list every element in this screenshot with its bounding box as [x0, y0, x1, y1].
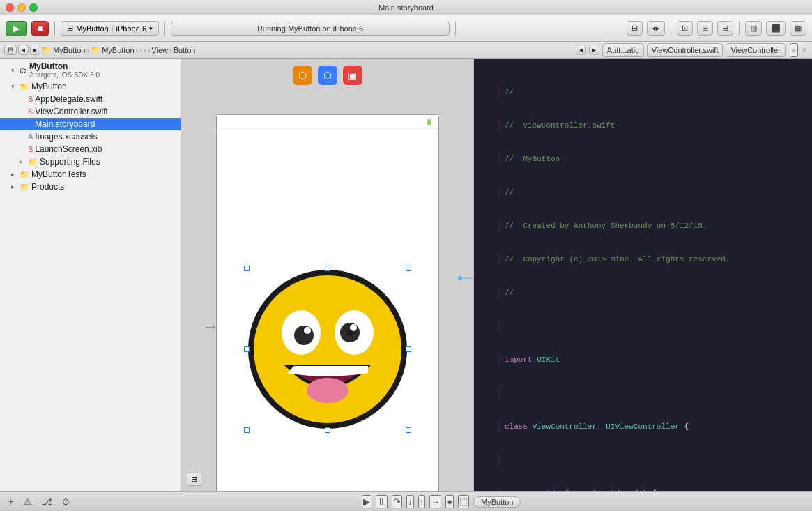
sidebar-item-images[interactable]: A Images.xcassets	[0, 130, 181, 143]
root-sublabel: 2 targets, iOS SDK 8.0	[29, 71, 100, 79]
add-editor-button[interactable]: +	[790, 43, 798, 57]
line-num	[474, 455, 499, 466]
stop-button[interactable]: ■	[31, 21, 49, 36]
storyboard-canvas[interactable]: ⬡ ⬡ ▣ → 🔋	[181, 59, 474, 491]
svg-point-5	[304, 327, 311, 334]
sidebar-item-launchscreen[interactable]: S LaunchScreen.xib	[0, 143, 181, 155]
selection-handle-bl	[244, 427, 250, 433]
jump-forward[interactable]: ▸	[589, 45, 599, 55]
debug-scheme-label: MyButton	[473, 496, 521, 508]
add-file-button[interactable]: +	[6, 495, 17, 508]
sidebar-root[interactable]: 🗂 MyButton 2 targets, iOS SDK 8.0	[0, 59, 181, 80]
code-line: //	[474, 287, 812, 298]
debug-location-button[interactable]: →	[429, 495, 441, 508]
debug-sim-button[interactable]: ⬚	[458, 495, 469, 508]
debug-record-button[interactable]: ●	[445, 495, 454, 508]
code-line: //	[474, 86, 812, 98]
hide-navigator-button[interactable]: ▥	[745, 21, 762, 36]
emoji-svg	[247, 268, 408, 430]
line-num	[474, 86, 499, 98]
step-over-button[interactable]: ↷	[392, 495, 402, 508]
layout-toggle-button[interactable]: ⊟	[4, 45, 17, 55]
sb-scene-button[interactable]: ⊟	[187, 473, 201, 486]
bc-separator: ›	[86, 46, 89, 54]
jump-back[interactable]: ◂	[576, 45, 586, 55]
step-in-button[interactable]: ↓	[406, 495, 414, 508]
breadcrumb-label: MyButton	[53, 46, 85, 54]
sidebar-label-images: Images.xcassets	[35, 132, 97, 142]
sidebar-item-appdelegate[interactable]: S AppDelegate.swift	[0, 93, 181, 105]
hide-debug-button[interactable]: ⬛	[766, 21, 786, 36]
code-text	[505, 321, 812, 332]
code-line	[474, 388, 812, 399]
editor-version-button[interactable]: ⊟	[717, 21, 733, 36]
iphone-frame: 🔋	[216, 114, 439, 491]
bc-sep-6: ›	[169, 46, 172, 54]
project-icon: 🗂	[20, 66, 27, 75]
breadcrumb-forward[interactable]: ▸	[30, 45, 40, 55]
jump-automatic[interactable]: Autt...atic	[602, 43, 644, 57]
scheme-selector[interactable]: ⊟ MyButton | iPhone 6 ▾	[61, 21, 159, 36]
debug-pause-button[interactable]: ⏸	[376, 495, 388, 508]
breadcrumb-view[interactable]: View	[151, 46, 168, 54]
jump-file-1-label: ViewController.swift	[652, 46, 719, 54]
step-out-button[interactable]: ↑	[418, 495, 426, 508]
sidebar-item-mainstoryboard[interactable]: S Main.storyboard	[0, 118, 181, 130]
chevron-down-icon: ▾	[149, 25, 153, 32]
breadcrumb-button[interactable]: Button	[174, 46, 196, 54]
jump-file-1[interactable]: ViewController.swift	[647, 43, 723, 57]
close-button[interactable]	[6, 3, 14, 12]
code-content: // // ViewController.swift // MyButton /…	[474, 59, 812, 491]
sidebar-item-supportingfiles[interactable]: 📁 Supporting Files	[0, 155, 181, 168]
sidebar-item-products[interactable]: 📁 Products	[0, 181, 181, 193]
sidebar-item-viewcontroller[interactable]: S ViewController.swift	[0, 105, 181, 118]
emoji-image[interactable]	[247, 268, 408, 430]
selection-handle-br	[406, 427, 411, 433]
storyboard-toolbar: ⬡ ⬡ ▣	[293, 66, 362, 85]
warning-button[interactable]: ⚠	[21, 495, 35, 508]
editor-standard-button[interactable]: ⊡	[677, 21, 693, 36]
sidebar-item-mybutton[interactable]: 📁 MyButton	[0, 80, 181, 93]
minimize-button[interactable]	[17, 3, 26, 12]
bc-sep-2: ›	[136, 46, 139, 54]
hide-utilities-button[interactable]: ▦	[790, 21, 806, 36]
code-line: //	[474, 187, 812, 198]
git-button[interactable]: ⎇	[39, 495, 55, 508]
breadcrumb-item-2[interactable]: 📁 MyButton	[91, 45, 134, 54]
breadcrumb-back[interactable]: ◂	[18, 45, 29, 55]
toolbar-sep-5	[739, 21, 740, 35]
breadcrumb-item[interactable]: 📁 MyButton	[42, 45, 85, 54]
run-button[interactable]: ▶	[6, 21, 27, 36]
maximize-button[interactable]	[29, 3, 38, 12]
code-line: import UIKit	[474, 354, 812, 365]
main-layout: 🗂 MyButton 2 targets, iOS SDK 8.0 📁 MyBu…	[0, 59, 812, 491]
jump-automatic-label: Autt...atic	[607, 46, 639, 54]
status-bar: 🔋	[217, 115, 438, 129]
jump-file-2-label: ViewController	[730, 46, 780, 54]
sidebar-item-mybuttontests[interactable]: 📁 MyButtonTests	[0, 168, 181, 181]
sb-button-3[interactable]: ▣	[343, 66, 362, 85]
bc-sep-5: ›	[148, 46, 151, 54]
close-editor-button[interactable]: ✕	[801, 45, 808, 55]
debug-toolbar: ▶ ⏸ ↷ ↓ ↑ → ● ⬚ MyButton	[321, 495, 562, 508]
sb-button-2[interactable]: ⬡	[318, 66, 337, 85]
code-line: // Copyright (c) 2015 mine. All rights r…	[474, 254, 812, 265]
code-editor[interactable]: // // ViewController.swift // MyButton /…	[474, 59, 812, 491]
code-text: // MyButton	[505, 153, 812, 165]
root-arrow-icon	[11, 67, 20, 74]
filter-button[interactable]: ⊙	[59, 495, 72, 508]
breadcrumb-label-2: 📁	[91, 45, 100, 54]
svg-point-8	[347, 330, 353, 335]
selection-handle-ml	[244, 346, 250, 352]
jump-file-2[interactable]: ViewController	[726, 43, 785, 57]
code-line: // ViewController.swift	[474, 120, 812, 131]
sidebar-label-launchscreen: LaunchScreen.xib	[35, 144, 102, 154]
assets-icon: A	[28, 132, 33, 141]
sb-button-1[interactable]: ⬡	[293, 66, 312, 85]
editor-assistant-button[interactable]: ⊞	[697, 21, 713, 36]
view-switcher-button[interactable]: ⊟	[627, 21, 643, 36]
code-line: class ViewController: UIViewController {	[474, 421, 812, 432]
debug-play-button[interactable]: ▶	[362, 495, 371, 508]
navigator-toggle-button[interactable]: ◂▸	[647, 21, 665, 36]
running-status: Running MyButton on iPhone 6	[171, 22, 450, 36]
